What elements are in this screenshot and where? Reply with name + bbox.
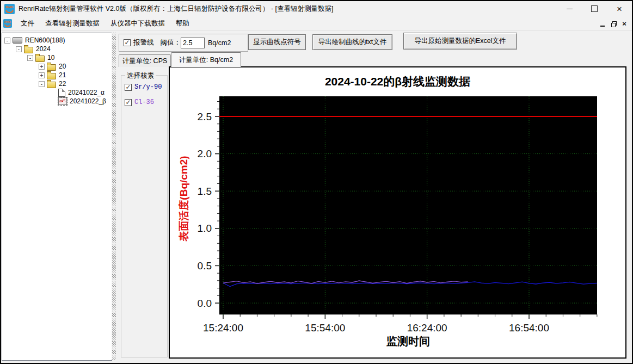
alarm-settings-panel: ✓ 报警线 阈值： Bq/cm2 xyxy=(119,34,248,52)
device-tree-panel: -REN600(188)-2024-10+20+21-2220241022_α2… xyxy=(2,33,112,361)
expand-icon[interactable]: + xyxy=(39,64,45,70)
minimize-icon[interactable] xyxy=(557,1,582,16)
folder-icon xyxy=(35,55,45,62)
tree-item-label: 2024 xyxy=(36,45,51,53)
menu-item-1[interactable]: 查看辐射测量数据 xyxy=(40,17,105,30)
mdi-close-icon[interactable]: × xyxy=(619,18,630,28)
maximize-icon[interactable] xyxy=(582,1,607,16)
y-tick-label: 2.0 xyxy=(198,148,212,159)
y-tick-label: 1.0 xyxy=(198,223,212,234)
nuclide-row-cl-36: ✓Cl-36 xyxy=(125,98,167,106)
window-controls: × xyxy=(557,1,632,16)
chart-title: 2024-10-22的β射线监测数据 xyxy=(170,74,625,89)
collapse-icon[interactable]: - xyxy=(4,38,10,44)
nuclide-groupbox: 选择核素 ✓Sr/y-90✓Cl-36 xyxy=(121,75,168,357)
export-excel-button[interactable]: 导出原始测量数据的Excel文件 xyxy=(403,33,517,50)
menu-item-0[interactable]: 文件 xyxy=(15,17,40,30)
menu-items: 文件查看辐射测量数据从仪器中下载数据帮助 xyxy=(15,17,195,30)
title-bar: RnRi RenriRate辐射剂量管理软件 V2.0版（版权所有：上海仁日辐射… xyxy=(1,1,632,16)
tree-item[interactable]: +20 xyxy=(2,62,112,71)
device-icon xyxy=(13,37,22,44)
nuclide-items: ✓Sr/y-90✓Cl-36 xyxy=(121,83,167,106)
y-tick-label: 0.5 xyxy=(198,260,212,272)
menu-item-3[interactable]: 帮助 xyxy=(170,17,195,30)
tree-item-label: 20241022_α xyxy=(68,89,105,96)
y-tick-label: 1.5 xyxy=(198,186,212,197)
mdi-window-controls: × xyxy=(597,16,630,30)
tree-item[interactable]: -10 xyxy=(2,53,112,62)
collapse-icon[interactable]: - xyxy=(27,55,33,61)
folder-icon xyxy=(47,73,56,79)
splitter-handle[interactable] xyxy=(112,33,117,360)
close-icon[interactable]: × xyxy=(607,1,632,16)
tree-item-label: 21 xyxy=(59,71,66,79)
folder-icon xyxy=(24,47,33,53)
tree-item-label: 20241022_β xyxy=(70,97,106,105)
menu-bar: RnRi 文件查看辐射测量数据从仪器中下载数据帮助 × xyxy=(1,16,632,31)
app-window: RnRi RenriRate辐射剂量管理软件 V2.0版（版权所有：上海仁日辐射… xyxy=(1,1,632,363)
tab-unit-bqcm2[interactable]: 计量单位: Bq/cm2 xyxy=(171,52,241,67)
x-tick-label: 15:54:00 xyxy=(305,322,345,334)
show-curve-points-button[interactable]: 显示曲线点符号 xyxy=(248,34,306,50)
mdi-restore-icon[interactable] xyxy=(608,18,619,28)
tree-item-label: 22 xyxy=(59,80,66,88)
threshold-input[interactable] xyxy=(181,38,205,48)
x-tick-label: 15:24:00 xyxy=(203,322,243,334)
chart-x-axis-label: 监测时间 xyxy=(219,334,597,349)
x-tick-label: 16:24:00 xyxy=(407,322,447,334)
tree-item-label: REN600(188) xyxy=(25,36,65,44)
mdi-child-icon: RnRi xyxy=(3,19,12,28)
plot-area xyxy=(219,96,597,314)
y-tick-label: 2.5 xyxy=(198,111,212,122)
tree-item-label: 20 xyxy=(59,63,66,70)
tree-item[interactable]: +21 xyxy=(2,71,112,79)
svg-text:RnRi: RnRi xyxy=(6,5,14,9)
tree-item[interactable]: -22 xyxy=(2,79,112,88)
expand-icon[interactable]: + xyxy=(39,72,45,78)
tree-item[interactable]: 20241022_α xyxy=(2,88,112,97)
tree-item[interactable]: -2024 xyxy=(2,45,112,53)
tree-item[interactable]: 20241022_β xyxy=(2,97,112,106)
export-txt-button[interactable]: 导出绘制曲线的txt文件 xyxy=(312,34,392,50)
nuclide-group-title: 选择核素 xyxy=(125,71,156,81)
nuclide-checkbox[interactable]: ✓ xyxy=(125,84,132,91)
svg-text:RnRi: RnRi xyxy=(4,20,11,23)
threshold-label: 阈值： xyxy=(161,38,181,47)
chart-svg: 15:24:0015:54:0016:24:0016:54:000.00.51.… xyxy=(170,67,625,357)
alarm-line-checkbox[interactable]: ✓ xyxy=(124,39,131,46)
y-tick-label: 0.0 xyxy=(198,298,212,309)
nuclide-label: Sr/y-90 xyxy=(134,83,162,91)
nuclide-checkbox[interactable]: ✓ xyxy=(125,99,132,106)
chart-y-axis-label: 表面活度(Bq/cm2) xyxy=(177,133,191,264)
tree-item[interactable]: -REN600(188) xyxy=(2,36,112,45)
collapse-icon[interactable]: - xyxy=(39,81,45,87)
collapse-icon[interactable]: - xyxy=(16,46,22,52)
chart-panel: 2024-10-22的β射线监测数据 15:24:0015:54:0016:24… xyxy=(169,66,626,359)
document-icon xyxy=(58,89,65,97)
nuclide-label: Cl-36 xyxy=(134,98,154,106)
mdi-minimize-icon[interactable] xyxy=(597,18,608,28)
window-title: RenriRate辐射剂量管理软件 V2.0版（版权所有：上海仁日辐射防护设备有… xyxy=(19,4,334,14)
threshold-unit-label: Bq/cm2 xyxy=(208,39,231,47)
app-logo-icon: RnRi xyxy=(4,4,15,14)
x-tick-label: 16:54:00 xyxy=(509,322,549,334)
nuclide-row-sr-y-90: ✓Sr/y-90 xyxy=(125,83,167,91)
alarm-line-label: 报警线 xyxy=(133,38,154,47)
folder-icon xyxy=(47,82,56,88)
folder-icon xyxy=(47,64,56,71)
tab-unit-cps[interactable]: 计量单位: CPS xyxy=(119,54,171,67)
menu-item-2[interactable]: 从仪器中下载数据 xyxy=(105,17,170,30)
chart-file-icon xyxy=(58,97,67,105)
tree-item-label: 10 xyxy=(47,54,54,61)
